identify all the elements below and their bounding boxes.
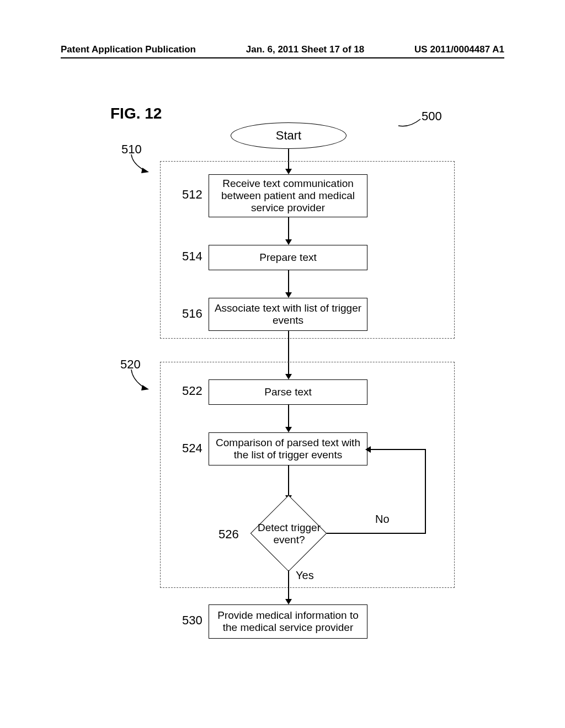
step-522-text: Parse text — [264, 386, 312, 398]
arrowhead-icon — [285, 239, 292, 245]
leader-520 — [128, 368, 161, 393]
step-522: Parse text — [209, 379, 367, 405]
step-512-text: Receive text communication between patie… — [214, 178, 363, 214]
start-label: Start — [276, 129, 301, 143]
branch-yes: Yes — [296, 569, 314, 582]
decision-526-label: Detect trigger event? — [250, 522, 328, 546]
header-right: US 2011/0004487 A1 — [414, 44, 504, 55]
step-524: Comparison of parsed text with the list … — [209, 432, 367, 465]
arrowhead-icon — [365, 446, 371, 453]
arrowhead-icon — [285, 599, 292, 604]
leader-500 — [397, 116, 425, 129]
header-center: Jan. 6, 2011 Sheet 17 of 18 — [246, 44, 365, 55]
start-node: Start — [231, 122, 347, 149]
page-header: Patent Application Publication Jan. 6, 2… — [61, 44, 504, 58]
connector — [288, 217, 289, 242]
connector-no-v — [425, 449, 426, 534]
step-524-text: Comparison of parsed text with the list … — [214, 437, 363, 461]
step-514-text: Prepare text — [259, 251, 317, 264]
connector — [288, 405, 289, 429]
ref-524: 524 — [182, 441, 202, 456]
leader-510 — [128, 153, 161, 175]
figure-label: FIG. 12 — [110, 105, 162, 122]
step-530: Provide medical information to the medic… — [209, 604, 367, 639]
connector-no-h2 — [370, 449, 426, 450]
step-512: Receive text communication between patie… — [209, 174, 367, 217]
ref-530: 530 — [182, 613, 202, 628]
svg-marker-0 — [141, 168, 149, 173]
ref-512: 512 — [182, 188, 202, 202]
decision-526-text: Detect trigger event? — [250, 501, 328, 567]
step-516-text: Associate text with list of trigger even… — [214, 302, 363, 326]
ref-514: 514 — [182, 249, 202, 264]
step-514: Prepare text — [209, 245, 367, 270]
header-left: Patent Application Publication — [61, 44, 196, 55]
branch-no: No — [375, 513, 390, 526]
connector-yes — [288, 570, 289, 601]
ref-526: 526 — [218, 527, 239, 542]
step-530-text: Provide medical information to the medic… — [214, 609, 363, 634]
connector-no-h1 — [327, 533, 426, 534]
svg-marker-1 — [141, 385, 149, 390]
connector — [288, 270, 289, 295]
ref-516: 516 — [182, 307, 202, 321]
connector — [288, 465, 289, 497]
ref-522: 522 — [182, 384, 202, 398]
arrowhead-icon — [285, 427, 292, 432]
arrowhead-icon — [285, 292, 292, 298]
step-516: Associate text with list of trigger even… — [209, 298, 367, 331]
